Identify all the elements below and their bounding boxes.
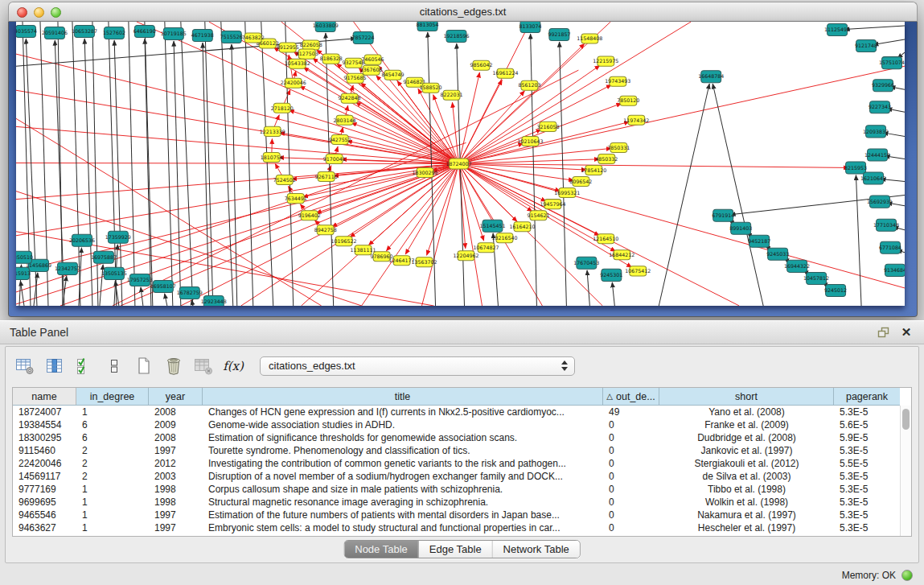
tab-node-table[interactable]: Node Table	[344, 541, 419, 558]
tab-network-table[interactable]: Network Table	[493, 541, 580, 558]
svg-text:8942758: 8942758	[314, 227, 337, 233]
svg-text:15692931: 15692931	[867, 199, 893, 204]
column-header-out-de-[interactable]: △out_de...	[603, 388, 659, 405]
close-window-button[interactable]	[17, 7, 27, 18]
svg-text:22420046: 22420046	[281, 80, 306, 85]
cell-pr: 5.3E-5	[834, 509, 900, 521]
cell-title: Disruption of a novel member of a sodium…	[203, 471, 603, 482]
svg-text:18724007: 18724007	[446, 161, 472, 167]
svg-text:16975887: 16975887	[91, 254, 117, 260]
svg-text:12444150: 12444150	[864, 152, 890, 158]
svg-text:16164210: 16164210	[509, 224, 535, 229]
svg-text:10675412: 10675412	[625, 268, 651, 274]
svg-text:1350510: 1350510	[16, 254, 33, 260]
function-builder-icon[interactable]: f(x)	[222, 355, 244, 377]
svg-text:9921857: 9921857	[548, 31, 570, 37]
svg-text:7460546: 7460546	[362, 56, 384, 62]
cell-short: Yano et al. (2008)	[659, 406, 834, 418]
table-row[interactable]: 946554611997Estimation of the future num…	[13, 509, 900, 521]
svg-text:8215953: 8215953	[844, 165, 867, 171]
sort-ascending-icon: △	[606, 392, 613, 401]
cell-short: Dudbridge et al. (2008)	[659, 432, 834, 443]
svg-text:10674827: 10674827	[473, 245, 499, 250]
delete-trash-icon[interactable]	[162, 355, 185, 377]
svg-text:9121748: 9121748	[855, 43, 877, 48]
vertical-scrollbar[interactable]	[900, 406, 911, 536]
table-row[interactable]: 969969511998Structural magnetic resonanc…	[13, 496, 900, 509]
column-header-name[interactable]: name	[13, 388, 76, 405]
svg-text:16958107: 16958107	[150, 283, 176, 289]
cell-name: 9777169	[13, 484, 76, 495]
svg-text:9196402: 9196402	[298, 212, 321, 218]
column-header-pagerank[interactable]: pagerank	[834, 388, 900, 405]
cell-title: Estimation of significance thresholds fo…	[203, 432, 603, 443]
svg-text:9245301: 9245301	[600, 272, 622, 278]
svg-text:8454749: 8454749	[382, 72, 405, 77]
column-header-short[interactable]: short	[659, 388, 834, 405]
rows-icon[interactable]	[103, 355, 125, 377]
table-source-dropdown[interactable]: citations_edges.txt	[260, 356, 575, 376]
svg-text:17854120: 17854120	[581, 167, 606, 173]
svg-text:10653287: 10653287	[72, 28, 97, 34]
window-titlebar[interactable]: citations_edges.txt	[8, 2, 918, 22]
svg-text:4850332: 4850332	[595, 156, 618, 162]
table-row[interactable]: 2242004622012Investigating the contribut…	[13, 457, 900, 470]
table-row[interactable]: 1872400712008Changes of HCN gene express…	[13, 406, 900, 418]
cell-pr: 5.9E-5	[834, 432, 900, 443]
svg-text:17359929: 17359929	[105, 234, 131, 240]
svg-text:1810754: 1810754	[261, 154, 283, 160]
table-row[interactable]: 1938455462009Genome-wide association stu…	[13, 418, 900, 431]
network-window: citations_edges.txt 40355742059140610653…	[8, 2, 918, 317]
svg-text:19743493: 19743493	[605, 78, 630, 84]
table-row[interactable]: 977716911998Corpus callosum shape and si…	[13, 483, 900, 496]
svg-text:8813054: 8813054	[417, 22, 439, 27]
table-row[interactable]: 1830029562008Estimation of significance …	[13, 431, 900, 444]
cell-indeg: 1	[76, 509, 149, 521]
close-panel-icon[interactable]: ✕	[898, 325, 914, 340]
cell-year: 2003	[149, 471, 203, 482]
column-header-in-degree[interactable]: in_degree	[76, 388, 149, 405]
cell-short: Nakamura et al. (1997)	[659, 509, 834, 521]
svg-text:4671938: 4671938	[191, 32, 214, 38]
float-panel-icon[interactable]	[876, 325, 892, 340]
cell-indeg: 1	[76, 484, 149, 495]
dropdown-stepper-icon	[561, 360, 569, 373]
select-all-icon[interactable]	[73, 355, 96, 377]
table-header-row: namein_degreeyeartitle△out_de...shortpag…	[13, 388, 900, 406]
table-options-icon[interactable]	[14, 355, 36, 377]
new-document-icon[interactable]	[133, 355, 155, 377]
zoom-window-button[interactable]	[51, 7, 61, 18]
svg-text:13216540: 13216540	[491, 235, 517, 241]
svg-text:10210643: 10210643	[517, 138, 543, 144]
svg-text:1527602: 1527602	[103, 30, 125, 35]
table-row[interactable]: 946362711997Embryonic stem cells: a mode…	[13, 521, 900, 534]
svg-text:9134684: 9134684	[884, 267, 905, 273]
cell-title: Tourette syndrome. Phenomenology and cla…	[203, 445, 603, 456]
cell-name: 18724007	[13, 406, 76, 418]
column-header-year[interactable]: year	[149, 388, 203, 405]
svg-text:16844212: 16844212	[609, 252, 634, 257]
minimize-window-button[interactable]	[34, 7, 44, 18]
show-columns-icon[interactable]	[43, 355, 66, 377]
table-source-value: citations_edges.txt	[269, 360, 355, 372]
cell-title: Changes of HCN gene expression and I(f) …	[203, 406, 603, 418]
cell-year: 1997	[149, 445, 203, 456]
status-bar: Memory: OK	[0, 565, 924, 585]
svg-text:16033809: 16033809	[313, 23, 339, 28]
svg-text:18300295: 18300295	[413, 170, 438, 175]
svg-text:9154621: 9154621	[527, 212, 549, 218]
tab-edge-table[interactable]: Edge Table	[419, 541, 493, 558]
table-row[interactable]: 1456911722003Disruption of a novel membe…	[13, 470, 900, 483]
network-canvas[interactable]: 4035574205914061065328715276026466190107…	[16, 22, 905, 306]
column-header-title[interactable]: title	[203, 388, 603, 405]
svg-text:16961224: 16961224	[492, 70, 518, 76]
table-type-tabs: Node TableEdge TableNetwork Table	[343, 540, 581, 558]
scrollbar-thumb[interactable]	[902, 409, 910, 430]
cell-out: 0	[603, 458, 659, 469]
table-row[interactable]: 911546021997Tourette syndrome. Phenomeno…	[13, 444, 900, 457]
svg-text:11548408: 11548408	[577, 35, 602, 41]
svg-text:13563702: 13563702	[412, 259, 437, 265]
cell-out: 0	[603, 509, 659, 521]
cell-year: 2009	[149, 419, 203, 431]
table-panel-titlebar: Table Panel ✕	[0, 320, 924, 344]
